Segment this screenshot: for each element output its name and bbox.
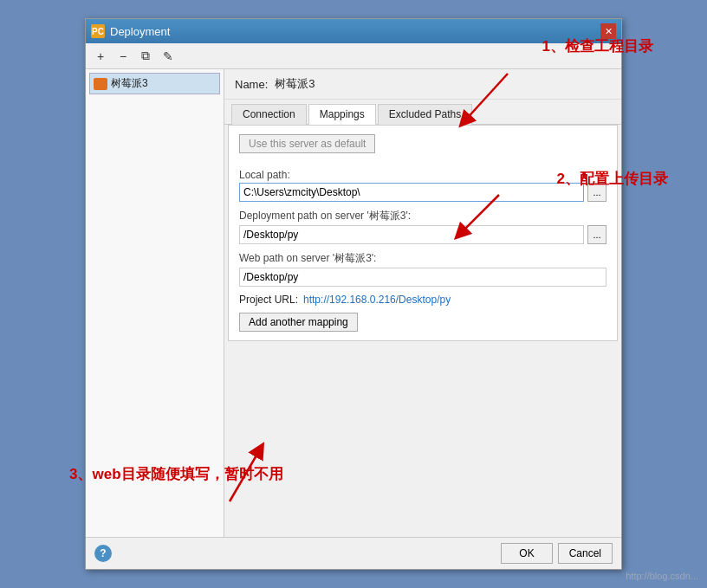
bottom-right-buttons: OK Cancel — [501, 543, 613, 564]
add-mapping-button[interactable]: Add another mapping — [239, 313, 358, 332]
local-path-row: ... — [239, 183, 606, 202]
web-path-label: Web path on server '树莓派3': — [239, 251, 606, 266]
ok-button[interactable]: OK — [501, 543, 552, 564]
add-button[interactable]: + — [91, 47, 110, 66]
local-path-group: Local path: ... — [239, 169, 606, 202]
name-value: 树莓派3 — [275, 76, 315, 92]
server-item[interactable]: 树莓派3 — [89, 73, 220, 94]
tab-connection[interactable]: Connection — [231, 104, 307, 125]
name-row: Name: 树莓派3 — [224, 69, 621, 100]
deployment-dialog: PC Deployment ✕ + − ⧉ ✎ 树莓派3 Name: 树莓派3 — [85, 18, 622, 570]
name-label: Name: — [235, 78, 268, 91]
web-path-input[interactable] — [239, 268, 606, 287]
deploy-path-input[interactable] — [239, 225, 584, 244]
toolbar: + − ⧉ ✎ — [86, 43, 621, 69]
title-bar-left: PC Deployment — [91, 24, 170, 38]
tabs: Connection Mappings Excluded Paths — [224, 100, 621, 125]
tab-content: Use this server as default Local path: .… — [228, 125, 618, 341]
local-path-browse[interactable]: ... — [587, 183, 606, 202]
project-url-label: Project URL: — [239, 294, 298, 306]
server-name: 树莓派3 — [111, 76, 148, 91]
close-button[interactable]: ✕ — [600, 23, 616, 39]
use-default-button[interactable]: Use this server as default — [239, 134, 375, 153]
deploy-path-group: Deployment path on server '树莓派3': ... — [239, 209, 606, 244]
cancel-button[interactable]: Cancel — [558, 543, 613, 564]
tab-mappings[interactable]: Mappings — [308, 104, 376, 125]
project-url-row: Project URL: http://192.168.0.216/Deskto… — [239, 294, 606, 306]
local-path-label: Local path: — [239, 169, 606, 181]
title-bar: PC Deployment ✕ — [86, 19, 621, 43]
help-button[interactable]: ? — [94, 545, 112, 562]
main-content: 树莓派3 Name: 树莓派3 Connection Mappings Excl… — [86, 69, 621, 537]
dialog-title: Deployment — [110, 25, 170, 38]
app-icon: PC — [91, 24, 105, 38]
watermark: http://blog.csdn... — [626, 571, 698, 581]
deploy-path-label: Deployment path on server '树莓派3': — [239, 209, 606, 223]
edit-button[interactable]: ✎ — [159, 47, 178, 66]
copy-button[interactable]: ⧉ — [136, 47, 155, 66]
server-icon — [94, 78, 107, 90]
web-path-group: Web path on server '树莓派3': — [239, 251, 606, 287]
remove-button[interactable]: − — [114, 47, 133, 66]
right-panel: Name: 树莓派3 Connection Mappings Excluded … — [224, 69, 621, 537]
local-path-input[interactable] — [239, 183, 584, 202]
use-default-group: Use this server as default — [239, 134, 606, 162]
left-panel: 树莓派3 — [86, 69, 224, 537]
tab-excluded[interactable]: Excluded Paths — [378, 104, 472, 125]
bottom-bar: ? OK Cancel — [86, 537, 621, 569]
deploy-path-row: ... — [239, 225, 606, 244]
deploy-path-browse[interactable]: ... — [587, 225, 606, 244]
project-url-link[interactable]: http://192.168.0.216/Desktop/py — [303, 294, 451, 306]
